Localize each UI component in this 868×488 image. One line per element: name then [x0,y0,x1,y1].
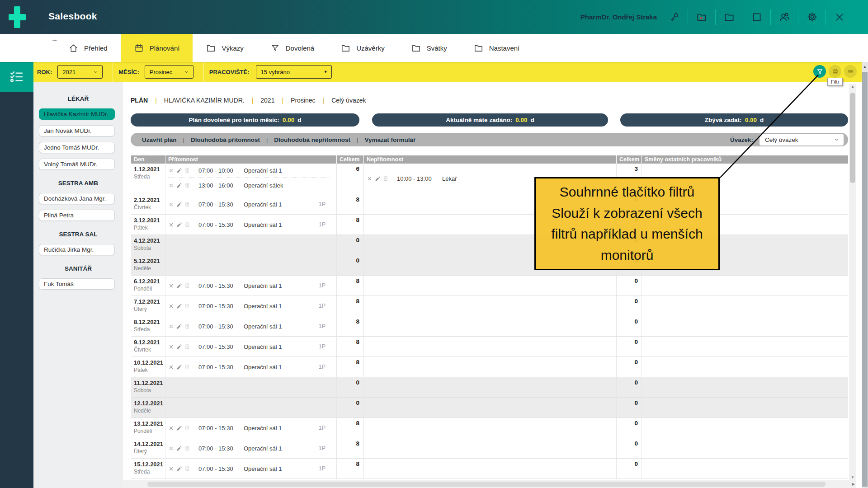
copy-entry-icon[interactable] [184,324,190,329]
scroll-up-icon[interactable]: ▲ [862,65,868,69]
edit-entry-icon[interactable] [176,303,182,309]
copy-entry-icon[interactable] [184,364,190,370]
tab-nastaveni[interactable]: Nastavení [460,34,533,62]
presence-cell[interactable] [165,235,337,255]
delete-entry-icon[interactable] [168,183,174,188]
copy-entry-icon[interactable] [383,176,389,182]
content-vertical-scrollbar[interactable]: ▲ ▼ [849,84,856,480]
edit-entry-icon[interactable] [176,466,182,472]
scroll-right-icon[interactable]: ▶ [852,482,855,486]
presence-cell[interactable]: 07:00 - 15:30Operační sál 11P [165,296,337,316]
tab-prehled[interactable]: Přehled [55,34,121,62]
presence-cell[interactable]: 07:00 - 15:30Operační sál 11P [165,337,337,357]
presence-cell[interactable] [165,255,337,275]
edit-entry-icon[interactable] [176,446,182,451]
presence-cell[interactable]: 07:00 - 15:30Operační sál 11P [165,418,337,438]
edit-entry-icon[interactable] [176,324,182,329]
edit-entry-icon[interactable] [176,344,182,350]
staff-item[interactable]: Hlavička Kazimír MUDr. [39,108,115,120]
filter-menu-button[interactable] [844,65,857,78]
edit-entry-icon[interactable] [176,364,182,370]
mesic-select[interactable]: Prosinec [145,65,193,79]
tab-vykazy[interactable]: Výkazy [193,34,256,62]
edit-entry-icon[interactable] [176,425,182,431]
long-presence-button[interactable]: Dlouhodobá přítomnost [191,136,260,143]
delete-entry-icon[interactable] [168,283,174,289]
copy-entry-icon[interactable] [184,466,190,472]
long-absence-button[interactable]: Dlouhodobá nepřítomnost [274,136,350,143]
staff-item[interactable]: Jedno Tomáš MUDr. [39,142,115,153]
absence-cell[interactable] [364,459,617,479]
edit-entry-icon[interactable] [176,168,182,174]
other-shifts-cell[interactable] [642,337,848,357]
delete-entry-icon[interactable] [168,364,174,370]
staff-item[interactable]: Volný Tomáš MUDr. [39,159,115,170]
copy-entry-icon[interactable] [184,303,190,309]
other-shifts-cell[interactable] [642,398,848,418]
edit-entry-icon[interactable] [176,222,182,228]
delete-entry-icon[interactable] [168,446,174,451]
tab-svatky[interactable]: Svátky [398,34,460,62]
other-shifts-cell[interactable] [642,377,848,397]
staff-item[interactable]: Pilná Petra [39,210,115,221]
absence-cell[interactable] [364,337,617,357]
filter-summary-button[interactable] [813,65,826,78]
scroll-up-icon[interactable]: ▲ [849,84,856,89]
absence-cell[interactable] [364,296,617,316]
absence-cell[interactable] [364,418,617,438]
presence-cell[interactable] [165,377,337,397]
copy-entry-icon[interactable] [184,344,190,350]
tab-uzaverky[interactable]: Uzávěrky [327,34,398,62]
close-icon[interactable] [833,11,846,23]
copy-entry-icon[interactable] [184,168,190,174]
presence-cell[interactable]: 07:00 - 15:30Operační sál 11P [165,438,337,458]
print-button[interactable] [829,65,841,78]
other-shifts-cell[interactable] [642,438,848,458]
square-icon[interactable] [750,11,763,23]
absence-cell[interactable] [364,276,617,296]
edit-entry-icon[interactable] [176,202,182,207]
folder-icon[interactable] [723,11,736,23]
copy-entry-icon[interactable] [184,425,190,431]
absence-cell[interactable] [364,357,617,377]
staff-item[interactable]: Docházková Jana Mgr. [39,193,115,204]
other-shifts-cell[interactable] [642,276,848,296]
copy-entry-icon[interactable] [184,202,190,207]
other-shifts-cell[interactable] [642,357,848,377]
staff-item[interactable]: Jan Novák MUDr. [39,125,115,136]
absence-cell[interactable] [364,377,617,397]
copy-entry-icon[interactable] [184,183,190,188]
close-plan-button[interactable]: Uzavřít plán [142,136,177,143]
delete-entry-icon[interactable] [168,222,174,228]
content-horizontal-scrollbar[interactable]: ▶ [123,480,856,488]
page-scrollbar[interactable]: ▲ [862,62,868,488]
other-shifts-cell[interactable] [642,459,848,479]
presence-cell[interactable]: 07:00 - 15:30Operační sál 11P [165,276,337,296]
scrollbar-thumb[interactable] [850,93,855,183]
delete-entry-icon[interactable] [168,324,174,329]
staff-item[interactable]: Fuk Tomáš [39,278,115,290]
key-icon[interactable] [668,11,680,23]
presence-cell[interactable]: 07:00 - 15:30Operační sál 11P [165,316,337,336]
scrollbar-thumb[interactable] [862,72,868,487]
users-icon[interactable] [778,11,791,23]
edit-entry-icon[interactable] [375,176,381,182]
presence-cell[interactable]: 07:00 - 10:00Operační sál 113:00 - 16:00… [165,164,337,194]
delete-entry-icon[interactable] [168,202,174,207]
delete-entry-icon[interactable] [168,466,174,472]
edit-entry-icon[interactable] [176,283,182,289]
delete-entry-icon[interactable] [168,425,174,431]
presence-cell[interactable]: 07:00 - 15:30Operační sál 11P [165,194,337,214]
uvazek-select[interactable]: Celý úvazek [760,134,844,145]
folder-n-icon[interactable]: N [695,11,708,23]
other-shifts-cell[interactable] [642,418,848,438]
copy-entry-icon[interactable] [184,446,190,451]
scroll-down-icon[interactable]: ▼ [849,475,856,479]
presence-cell[interactable]: 07:00 - 15:30Operační sál 11P [165,357,337,377]
copy-entry-icon[interactable] [184,222,190,228]
scrollbar-thumb[interactable] [147,482,826,487]
absence-cell[interactable] [364,438,617,458]
presence-cell[interactable]: 07:00 - 15:30Operační sál 11P [165,459,337,479]
pracoviste-select[interactable]: 15 vybráno ▼ [256,65,332,79]
gear-icon[interactable] [806,11,818,23]
